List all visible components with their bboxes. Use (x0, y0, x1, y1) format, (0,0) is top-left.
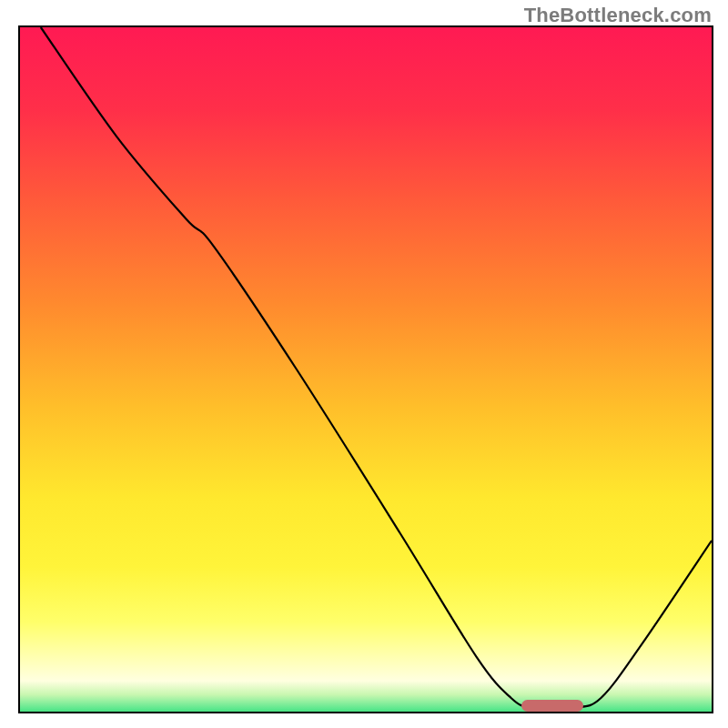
plot-area (18, 25, 713, 713)
watermark-text: TheBottleneck.com (524, 4, 712, 27)
bottleneck-curve (20, 27, 712, 712)
optimal-marker (521, 700, 583, 712)
bottleneck-chart: TheBottleneck.com (0, 0, 728, 728)
